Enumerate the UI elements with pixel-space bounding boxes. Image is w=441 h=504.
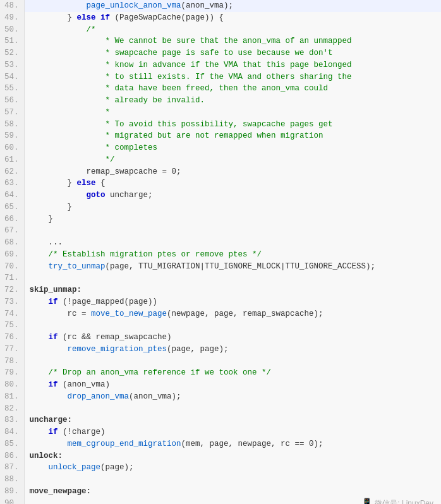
- table-row: 67.: [0, 225, 441, 237]
- function: drop_anon_vma: [68, 392, 130, 401]
- line-code: * to still exists. If the VMA and others…: [24, 71, 441, 83]
- code-text: (!page_mapped(page)): [58, 297, 158, 306]
- comment: * to still exists. If the VMA and others…: [106, 73, 352, 81]
- table-row: 68. ...: [0, 237, 441, 249]
- table-row: 57. *: [0, 107, 441, 119]
- table-row: 75.: [0, 320, 441, 332]
- line-number: 55.: [0, 83, 24, 95]
- code-text: remap_swapcache = 0;: [87, 167, 181, 176]
- line-number: 50.: [0, 24, 24, 36]
- line-code: goto uncharge;: [24, 189, 441, 201]
- line-code: * We cannot be sure that the anon_vma of…: [24, 35, 441, 47]
- keyword: goto: [87, 191, 106, 200]
- table-row: 89.move_newpage:: [0, 486, 441, 498]
- line-code: * To avoid this possibility, swapcache p…: [24, 119, 441, 131]
- line-number: 77.: [0, 344, 24, 356]
- code-text: (page);: [100, 463, 134, 472]
- line-number: 76.: [0, 332, 24, 344]
- comment: * data have been freed, then the anon_vm…: [106, 84, 329, 93]
- code-text: {: [96, 179, 106, 188]
- line-code: if (!page_mapped(page)): [24, 296, 441, 308]
- line-code: if (rc && remap_swapcache): [24, 332, 441, 344]
- code-text: (anon_vma);: [181, 1, 234, 10]
- line-number: 61.: [0, 154, 24, 166]
- line-code: /* Establish migration ptes or remove pt…: [24, 249, 441, 261]
- table-row: 66. }: [0, 213, 441, 225]
- table-row: 83.uncharge:: [0, 414, 441, 426]
- table-row: 55. * data have been freed, then the ano…: [0, 83, 441, 95]
- line-number: 51.: [0, 35, 24, 47]
- line-number: 90.: [0, 498, 24, 505]
- table-row: 53. * know in advance if the VMA that th…: [0, 59, 441, 71]
- line-number: 53.: [0, 59, 24, 71]
- line-code: *: [24, 107, 441, 119]
- line-code: }: [24, 201, 441, 213]
- line-code: [24, 225, 441, 237]
- line-code: move_newpage:: [24, 486, 441, 498]
- function: page_unlock_anon_vma: [87, 1, 181, 10]
- line-code: * already be invalid.: [24, 95, 441, 107]
- line-code: /* Drop an anon_vma reference if we took…: [24, 367, 441, 379]
- keyword: else if: [77, 13, 111, 22]
- comment: /*: [87, 25, 96, 34]
- label: skip_unmap:: [30, 285, 82, 294]
- table-row: 61. */: [0, 154, 441, 166]
- watermark: 📱 微信号: LinuxDev: [361, 496, 433, 504]
- table-row: 81. drop_anon_vma(anon_vma);: [0, 391, 441, 403]
- line-number: 54.: [0, 71, 24, 83]
- comment: * know in advance if the VMA that this p…: [106, 61, 352, 69]
- code-text: ...: [49, 238, 63, 247]
- line-number: 65.: [0, 201, 24, 213]
- table-row: 49. } else if (PageSwapCache(page)) {: [0, 12, 441, 24]
- code-text: uncharge;: [106, 191, 153, 200]
- table-row: 50. /*: [0, 24, 441, 36]
- code-text: (PageSwapCache(page)) {: [110, 13, 224, 22]
- comment: * migrated but are not remapped when mig…: [106, 131, 323, 140]
- keyword: if: [49, 297, 58, 306]
- line-code: mem_cgroup_end_migration(mem, page, newp…: [24, 438, 441, 450]
- table-row: 70. try_to_unmap(page, TTU_MIGRATION|TTU…: [0, 261, 441, 273]
- line-number: 74.: [0, 308, 24, 320]
- table-row: 58. * To avoid this possibility, swapcac…: [0, 119, 441, 131]
- line-number: 81.: [0, 391, 24, 403]
- line-code: unlock_page(page);: [24, 462, 441, 474]
- line-number: 62.: [0, 166, 24, 178]
- line-code: [24, 320, 441, 332]
- line-code: } else if (PageSwapCache(page)) {: [24, 12, 441, 24]
- table-row: 73. if (!page_mapped(page)): [0, 296, 441, 308]
- line-number: 49.: [0, 12, 24, 24]
- code-text: (page, page);: [167, 345, 229, 354]
- table-row: 59. * migrated but are not remapped when…: [0, 130, 441, 142]
- line-number: 73.: [0, 296, 24, 308]
- line-number: 84.: [0, 426, 24, 438]
- line-code: [24, 403, 441, 415]
- comment: /* Drop an anon_vma reference if we took…: [49, 368, 272, 377]
- table-row: 72.skip_unmap:: [0, 284, 441, 296]
- line-number: 75.: [0, 320, 24, 332]
- keyword: if: [49, 333, 58, 342]
- table-row: 77. remove_migration_ptes(page, page);: [0, 344, 441, 356]
- watermark-text: 微信号: LinuxDev: [375, 498, 433, 505]
- line-number: 80.: [0, 379, 24, 391]
- line-code: } else {: [24, 177, 441, 189]
- line-code: if (!charge): [24, 426, 441, 438]
- line-code: * know in advance if the VMA that this p…: [24, 59, 441, 71]
- line-code: * data have been freed, then the anon_vm…: [24, 83, 441, 95]
- line-number: 86.: [0, 450, 24, 462]
- line-number: 59.: [0, 130, 24, 142]
- line-number: 70.: [0, 261, 24, 273]
- line-code: /*: [24, 24, 441, 36]
- function: remove_migration_ptes: [68, 345, 167, 354]
- code-text: (anon_vma): [58, 380, 111, 389]
- keyword: if: [49, 380, 58, 389]
- line-number: 68.: [0, 237, 24, 249]
- line-code: rc = move_to_new_page(newpage, page, rem…: [24, 308, 441, 320]
- comment: * To avoid this possibility, swapcache p…: [106, 120, 333, 129]
- code-table: 48. page_unlock_anon_vma(anon_vma);49. }…: [0, 0, 441, 504]
- code-text: rc =: [68, 309, 92, 318]
- code-text: (anon_vma);: [129, 392, 181, 401]
- line-code: * swapcache page is safe to use because …: [24, 47, 441, 59]
- line-code: try_to_unmap(page, TTU_MIGRATION|TTU_IGN…: [24, 261, 441, 273]
- keyword: if: [49, 428, 58, 436]
- line-number: 89.: [0, 486, 24, 498]
